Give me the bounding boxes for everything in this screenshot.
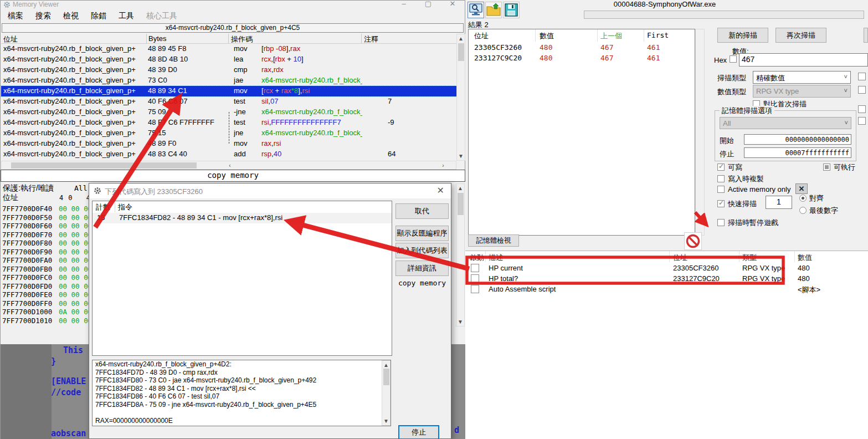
checkbox[interactable] (823, 164, 830, 171)
aligned-radio[interactable]: 對齊 (799, 193, 824, 203)
memory-view-button[interactable]: 記憶體檢視 (468, 234, 519, 247)
cut-button-fragment[interactable] (864, 28, 868, 43)
instruction-row[interactable]: 15 7FFC1834FD82 - 48 89 34 C1 - mov [rcx… (93, 213, 392, 223)
hex-row[interactable]: 7FF7700D0F7000 00 00 (1, 231, 89, 239)
edge-checkbox[interactable] (858, 86, 866, 94)
cheat-row[interactable]: HP current23305CF3260RPG VX type480 (465, 263, 868, 274)
checkbox[interactable] (717, 175, 725, 182)
last-digits-radio[interactable]: 最後數字 (799, 206, 838, 216)
hex-row[interactable]: 7FF7700D0FC000 00 00 (1, 273, 89, 282)
minimize-button[interactable]: – (398, 0, 409, 8)
scan-value-input[interactable]: 467 (739, 53, 868, 67)
menu-item-search[interactable]: 搜索 (29, 10, 57, 22)
disasm-preview-box[interactable]: ▲▼ x64-msvcrt-ruby240.rb_f_block_given_p… (92, 360, 391, 426)
found-row[interactable]: 23305CF3260480467461 (469, 43, 695, 53)
stop-button[interactable]: 停止 (398, 425, 439, 439)
cheat-active-checkbox[interactable] (471, 285, 479, 293)
hex-row[interactable]: 7FF7700D0F5000 00 00 (1, 213, 89, 222)
cheat-row[interactable]: HP total?233127C9C20RPG VX type480 (465, 274, 868, 284)
replace-button[interactable]: 取代 (396, 203, 449, 219)
disasm-row[interactable]: x64-msvcrt-ruby240.rb_f_block_given_p+48… (1, 149, 456, 160)
radio[interactable] (799, 207, 807, 214)
menu-item-view[interactable]: 檢視 (57, 10, 85, 22)
copy-memory-label[interactable]: copy memory (396, 279, 449, 287)
copy-memory-bar[interactable]: copy memory (1, 170, 465, 182)
found-col-first[interactable]: First (647, 31, 669, 39)
stop-address-input[interactable]: 00007fffffffffff (744, 147, 851, 158)
edge-checkbox[interactable] (858, 117, 866, 125)
preview-scrollbar[interactable]: ▲▼ (382, 360, 391, 426)
copy-on-write-checkbox[interactable]: 寫入時複製 (717, 174, 764, 184)
hex-row[interactable]: 7FF7700D0F4000 00 00 (1, 205, 89, 213)
hex-row[interactable]: 7FF7700D0F8000 00 00 (1, 239, 89, 248)
value-type-dropdown[interactable]: RPG VX type (753, 85, 851, 98)
cheat-col-description[interactable]: 描述 (489, 253, 503, 263)
show-disassembler-button[interactable]: 顯示反匯編程序 (396, 226, 449, 241)
hex-vertical-scrollbar[interactable]: ▲▼ (456, 183, 465, 326)
col-comment[interactable]: 注釋 (364, 34, 378, 44)
select-process-button[interactable] (468, 2, 484, 18)
active-memory-only-checkbox[interactable]: Active memory only (717, 185, 790, 193)
menu-item-kernel-tools[interactable]: 核心工具 (140, 10, 183, 22)
found-col-value[interactable]: 數值 (540, 31, 554, 41)
hex-checkbox[interactable] (730, 55, 737, 63)
disasm-address-bar[interactable]: x64-msvcrt-ruby240.rb_f_block_given_p+4C… (2, 23, 464, 33)
close-button[interactable]: ✕ (447, 0, 458, 8)
cheat-active-checkbox[interactable] (471, 264, 479, 272)
hex-row[interactable]: 7FF7700D10000A 00 00 (1, 308, 89, 317)
disasm-row[interactable]: x64-msvcrt-ruby240.rb_f_block_given_p+73… (1, 75, 456, 86)
disasm-row[interactable]: x64-msvcrt-ruby240.rb_f_block_given_p+48… (1, 44, 456, 54)
found-col-previous[interactable]: 上一個 (600, 31, 622, 41)
instruction-header[interactable]: 指令 (118, 202, 132, 212)
no-entry-icon[interactable] (684, 232, 702, 250)
disasm-row[interactable]: x64-msvcrt-ruby240.rb_f_block_given_p+48… (1, 65, 456, 75)
checkbox[interactable] (717, 186, 725, 193)
next-scan-button[interactable]: 再次掃描 (775, 28, 826, 43)
writable-checkbox[interactable]: 可寫 (717, 162, 742, 172)
hex-row[interactable]: 7FF7700D0FE000 00 00 (1, 290, 89, 299)
menu-item-debug[interactable]: 除錯 (85, 10, 112, 22)
save-file-button[interactable] (503, 2, 520, 18)
cheat-active-checkbox[interactable] (471, 274, 479, 283)
checkbox[interactable] (717, 200, 725, 207)
edge-checkbox[interactable] (858, 105, 866, 113)
disasm-row[interactable]: x64-msvcrt-ruby240.rb_f_block_given_p+48… (1, 54, 456, 65)
maximize-button[interactable]: ▢ (423, 0, 434, 8)
disasm-horizontal-scrollbar[interactable]: ‹ › (1, 161, 456, 170)
new-scan-button[interactable]: 新的掃描 (717, 28, 768, 43)
col-opcode[interactable]: 操作碼 (231, 34, 253, 44)
hex-row[interactable]: 7FF7700D0F6000 00 00 (1, 222, 89, 231)
hex-row[interactable]: 7FF7700D0FF000 00 00 (1, 299, 89, 308)
hex-row[interactable]: 7FF7700D0FB000 00 00 (1, 265, 89, 274)
cheat-row[interactable]: Auto Assemble script<腳本> (465, 284, 868, 295)
disasm-row[interactable]: x64-msvcrt-ruby240.rb_f_block_given_p+40… (1, 96, 456, 107)
checkbox[interactable] (717, 219, 725, 226)
hex-row[interactable]: 7FF7700D0F9000 00 00 (1, 248, 89, 257)
pause-game-checkbox[interactable]: 掃描時暫停遊戲 (717, 218, 778, 228)
col-address[interactable]: 位址 (3, 34, 18, 44)
checkbox[interactable] (717, 164, 725, 171)
menu-item-tools[interactable]: 工具 (112, 10, 140, 22)
edge-checkbox[interactable] (858, 73, 866, 80)
cheat-col-value[interactable]: 數值 (798, 253, 812, 263)
region-dropdown[interactable]: All (720, 117, 851, 129)
radio[interactable] (799, 195, 807, 202)
close-icon[interactable]: ✕ (437, 185, 444, 196)
found-col-address[interactable]: 位址 (474, 31, 489, 41)
found-row[interactable]: 233127C9C20480467461 (469, 53, 695, 64)
menu-item-file[interactable]: 檔案 (2, 10, 29, 22)
col-bytes[interactable]: Bytes (148, 34, 167, 43)
cheat-col-active[interactable]: 啟動 (470, 253, 484, 263)
open-file-button[interactable] (485, 2, 502, 18)
disasm-vertical-scrollbar[interactable]: ▲▼ (456, 34, 465, 161)
cheat-col-address[interactable]: 位址 (673, 253, 687, 263)
fast-scan-alignment-input[interactable]: 1 (766, 196, 792, 209)
hex-row[interactable]: 7FF7700D0FA000 00 00 (1, 256, 89, 265)
extra-info-button[interactable]: 詳細資訊 (396, 261, 449, 276)
hex-row[interactable]: 7FF7700D101000 00 00 (1, 317, 89, 325)
executable-checkbox[interactable]: 可執行 (823, 162, 855, 172)
scan-type-dropdown[interactable]: 精確數值 (753, 71, 851, 84)
fast-scan-checkbox[interactable]: 快速掃描 (717, 199, 757, 209)
found-scrollbar[interactable] (695, 29, 705, 236)
start-address-input[interactable]: 0000000000000000 (744, 134, 851, 145)
